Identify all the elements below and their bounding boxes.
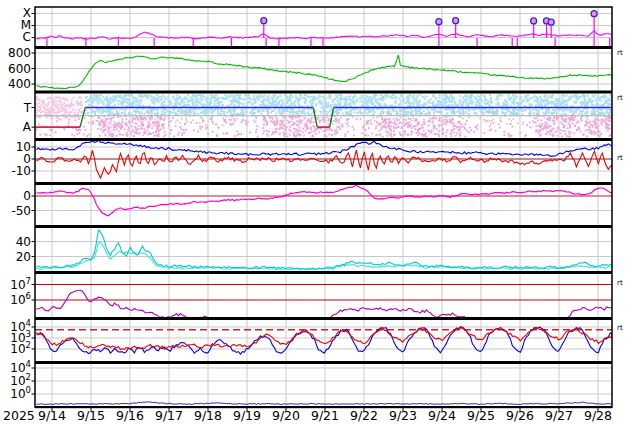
scatter-point <box>233 95 235 97</box>
scatter-point <box>353 134 355 136</box>
scatter-point <box>136 129 138 131</box>
scatter-point <box>117 100 119 102</box>
scatter-point <box>468 110 470 112</box>
scatter-point <box>279 124 281 126</box>
scatter-point <box>247 101 249 103</box>
scatter-point <box>269 116 271 118</box>
scatter-point <box>284 136 286 138</box>
scatter-point <box>539 101 541 103</box>
scatter-point <box>284 98 286 100</box>
scatter-point <box>275 113 277 115</box>
scatter-point <box>214 95 216 97</box>
scatter-point <box>141 111 143 113</box>
scatter-point <box>178 132 180 134</box>
scatter-point <box>236 118 238 120</box>
scatter-point <box>437 103 439 105</box>
scatter-point <box>235 95 237 97</box>
scatter-point <box>271 120 273 122</box>
scatter-point <box>566 118 568 120</box>
panel-separator <box>35 46 612 49</box>
scatter-point <box>438 97 440 99</box>
scatter-point <box>93 111 95 113</box>
scatter-point <box>241 122 243 124</box>
scatter-point <box>550 112 552 114</box>
scatter-point <box>402 100 404 102</box>
scatter-point <box>230 119 232 121</box>
scatter-point <box>132 129 134 131</box>
scatter-point <box>437 100 439 102</box>
scatter-point <box>154 121 156 123</box>
scatter-point <box>546 127 548 129</box>
scatter-point <box>384 103 386 105</box>
scatter-point <box>64 128 66 130</box>
scatter-point <box>452 98 454 100</box>
scatter-point <box>607 105 609 107</box>
scatter-point <box>469 127 471 129</box>
scatter-point <box>138 110 140 112</box>
scatter-point <box>575 102 577 104</box>
scatter-point <box>317 128 319 130</box>
scatter-point <box>514 99 516 101</box>
scatter-point <box>43 110 45 112</box>
scatter-point <box>275 116 277 118</box>
scatter-point <box>415 113 417 115</box>
scatter-point <box>507 97 509 99</box>
scatter-point <box>295 131 297 133</box>
scatter-point <box>566 109 568 111</box>
scatter-point <box>422 133 424 135</box>
scatter-point <box>274 131 276 133</box>
scatter-point <box>179 122 181 124</box>
scatter-point <box>166 109 168 111</box>
scatter-point <box>244 120 246 122</box>
scatter-point <box>169 104 171 106</box>
scatter-point <box>486 120 488 122</box>
scatter-point <box>551 129 553 131</box>
scatter-point <box>459 95 461 97</box>
scatter-point <box>465 103 467 105</box>
scatter-point <box>476 126 478 128</box>
scatter-point <box>422 121 424 123</box>
scatter-point <box>434 133 436 135</box>
scatter-point <box>227 112 229 114</box>
scatter-point <box>183 104 185 106</box>
scatter-point <box>443 94 445 96</box>
scatter-point <box>155 131 157 133</box>
scatter-point <box>428 130 430 132</box>
scatter-point <box>95 94 97 96</box>
scatter-point <box>233 118 235 120</box>
scatter-point <box>142 121 144 123</box>
scatter-point <box>172 111 174 113</box>
scatter-point <box>107 99 109 101</box>
scatter-point <box>227 105 229 107</box>
scatter-point <box>320 120 322 122</box>
scatter-point <box>403 125 405 127</box>
x-tick-label: 9/20 <box>272 408 300 423</box>
scatter-point <box>201 126 203 128</box>
scatter-point <box>574 125 576 127</box>
scatter-point <box>309 121 311 123</box>
scatter-point <box>382 100 384 102</box>
scatter-point <box>291 124 293 126</box>
scatter-point <box>268 99 270 101</box>
scatter-point <box>79 129 81 131</box>
scatter-point <box>407 105 409 107</box>
scatter-point <box>305 125 307 127</box>
scatter-point <box>327 102 329 104</box>
scatter-point <box>459 120 461 122</box>
scatter-point <box>112 95 114 97</box>
scatter-point <box>575 96 577 98</box>
scatter-point <box>220 110 222 112</box>
scatter-point <box>422 124 424 126</box>
scatter-point <box>90 97 92 99</box>
scatter-point <box>152 121 154 123</box>
scatter-point <box>394 127 396 129</box>
scatter-point <box>74 135 76 137</box>
scatter-point <box>334 133 336 135</box>
scatter-point <box>162 126 164 128</box>
scatter-point <box>461 109 463 111</box>
scatter-point <box>472 102 474 104</box>
scatter-point <box>224 98 226 100</box>
scatter-point <box>105 120 107 122</box>
scatter-point <box>400 103 402 105</box>
scatter-point <box>304 102 306 104</box>
